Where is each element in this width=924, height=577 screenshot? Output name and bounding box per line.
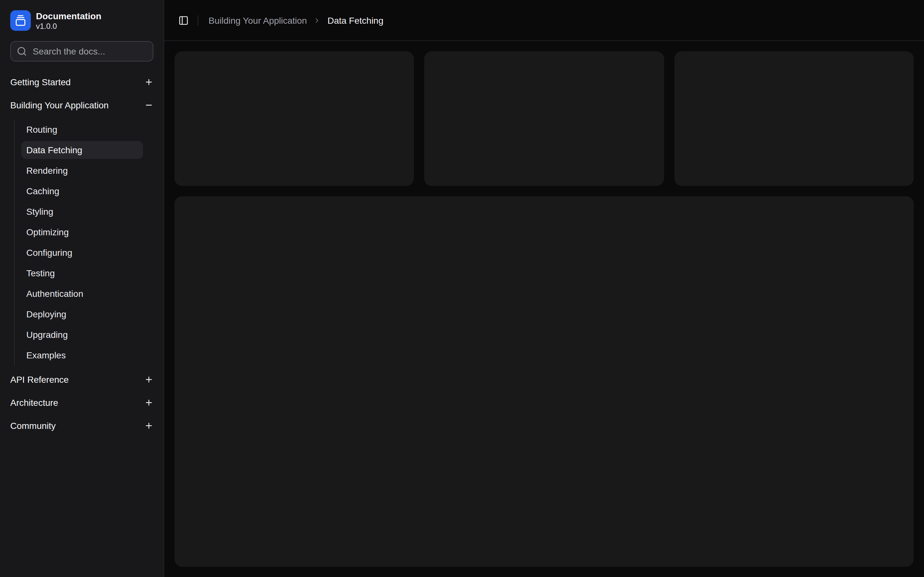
- sidebar-item-optimizing[interactable]: Optimizing: [21, 223, 143, 241]
- sidebar-section-building-your-application[interactable]: Building Your Application: [5, 95, 158, 115]
- sidebar-item-rendering[interactable]: Rendering: [21, 161, 143, 179]
- placeholder-panel: [174, 196, 914, 567]
- search-form: [10, 41, 153, 61]
- sidebar-item-routing[interactable]: Routing: [21, 121, 143, 139]
- sidebar-item-examples[interactable]: Examples: [21, 346, 143, 364]
- breadcrumb-link[interactable]: Building Your Application: [208, 15, 307, 25]
- plus-icon: [144, 398, 153, 407]
- sidebar-item-data-fetching[interactable]: Data Fetching: [21, 141, 143, 159]
- sidebar: Documentation v1.0.0 Getting StartedBuil…: [0, 0, 164, 577]
- plus-icon: [144, 77, 153, 87]
- sidebar-section-label: Building Your Application: [10, 100, 109, 110]
- sidebar-section-architecture[interactable]: Architecture: [5, 392, 158, 413]
- header-separator: [198, 15, 198, 25]
- gallery-vertical-end-icon: [10, 10, 31, 31]
- sidebar-section-label: Architecture: [10, 398, 58, 408]
- search-input[interactable]: [10, 41, 153, 61]
- sidebar-section-label: Getting Started: [10, 77, 71, 87]
- sidebar-item-authentication[interactable]: Authentication: [21, 285, 143, 303]
- main-area: Building Your ApplicationData Fetching: [164, 0, 924, 577]
- app-window: Documentation v1.0.0 Getting StartedBuil…: [0, 0, 924, 577]
- breadcrumb-current-page: Data Fetching: [328, 15, 383, 25]
- minus-icon: [144, 101, 153, 110]
- sidebar-section-getting-started[interactable]: Getting Started: [5, 72, 158, 92]
- brand-button[interactable]: Documentation v1.0.0: [10, 10, 153, 31]
- page-content: [164, 41, 924, 577]
- breadcrumb: Building Your ApplicationData Fetching: [208, 15, 383, 25]
- main-header: Building Your ApplicationData Fetching: [164, 0, 924, 41]
- placeholder-card: [425, 51, 664, 186]
- sidebar-nav: Getting StartedBuilding Your Application…: [0, 61, 164, 577]
- chevron-right-icon: [313, 16, 321, 24]
- placeholder-card: [674, 51, 914, 186]
- sidebar-item-upgrading[interactable]: Upgrading: [21, 326, 143, 343]
- sidebar-section-api-reference[interactable]: API Reference: [5, 369, 158, 390]
- plus-icon: [144, 375, 153, 384]
- sidebar-item-caching[interactable]: Caching: [21, 182, 143, 200]
- sidebar-item-styling[interactable]: Styling: [21, 203, 143, 221]
- sidebar-section-label: API Reference: [10, 374, 69, 385]
- sidebar-toggle-button[interactable]: [174, 11, 192, 29]
- search-icon: [17, 46, 27, 56]
- sidebar-section-label: Community: [10, 421, 56, 431]
- brand-text: Documentation v1.0.0: [36, 11, 102, 30]
- placeholder-card-grid: [174, 51, 914, 186]
- sidebar-submenu-building-your-application: RoutingData FetchingRenderingCachingStyl…: [14, 119, 150, 366]
- sidebar-section-community[interactable]: Community: [5, 416, 158, 436]
- app-version: v1.0.0: [36, 22, 102, 30]
- sidebar-item-deploying[interactable]: Deploying: [21, 305, 143, 323]
- plus-icon: [144, 421, 153, 430]
- sidebar-header: Documentation v1.0.0: [0, 0, 164, 36]
- sidebar-item-testing[interactable]: Testing: [21, 264, 143, 282]
- sidebar-item-configuring[interactable]: Configuring: [21, 243, 143, 261]
- panel-left-icon: [178, 15, 189, 25]
- app-title: Documentation: [36, 11, 102, 20]
- placeholder-card: [174, 51, 414, 186]
